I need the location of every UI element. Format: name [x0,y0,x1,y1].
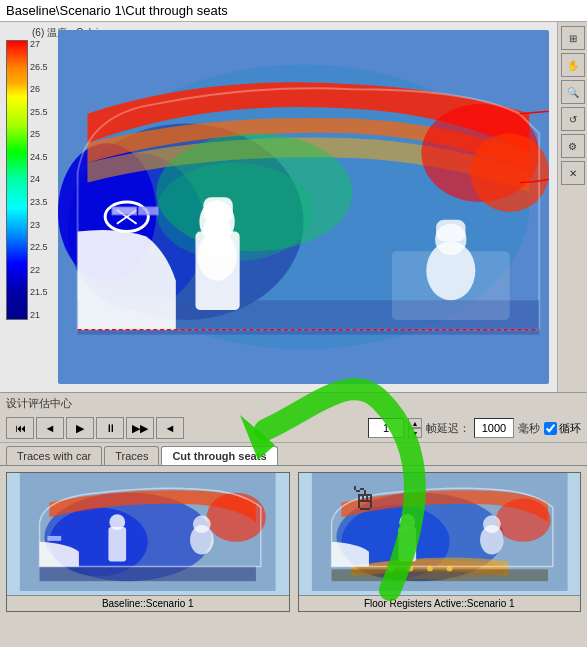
frame-down-button[interactable]: ▼ [408,428,422,438]
thumbnail-floor-label: Floor Registers Active::Scenario 1 [299,595,581,611]
svg-point-29 [109,514,125,530]
loop-label: 循环 [559,421,581,436]
thumbnail-floor-registers[interactable]: Floor Registers Active::Scenario 1 [298,472,582,612]
scale-value-235: 23.5 [30,198,48,207]
frame-input[interactable] [368,418,404,438]
svg-rect-21 [112,207,137,215]
scale-value-22: 22 [30,266,48,275]
frame-spinner: ▲ ▼ [408,418,422,438]
svg-rect-32 [47,536,61,541]
design-center: 设计评估中心 ⏮ ◄ ▶ ⏸ ▶▶ ◄ ▲ ▼ 帧延迟： 毫秒 循环 Trace… [0,392,587,618]
scale-value-255: 25.5 [30,108,48,117]
svg-point-26 [207,493,266,542]
svg-rect-38 [331,569,547,581]
svg-rect-28 [108,527,126,561]
ms-label: 毫秒 [518,421,540,436]
step-back-button[interactable]: ◄ [36,417,64,439]
scale-value-23: 23 [30,221,48,230]
expand-button[interactable]: ⊞ [561,26,585,50]
scale-value-215: 21.5 [30,288,48,297]
scale-value-26: 26 [30,85,48,94]
scale-value-265: 26.5 [30,63,48,72]
thumbnail-baseline[interactable]: Baseline::Scenario 1 [6,472,290,612]
hand-button[interactable]: ✋ [561,53,585,77]
scale-value-21: 21 [30,311,48,320]
svg-point-44 [407,565,413,571]
tab-cut-through-seats[interactable]: Cut through seats [161,446,277,465]
tab-cut-through-seats-label: Cut through seats [172,450,266,462]
scale-value-25: 25 [30,130,48,139]
svg-point-43 [387,565,393,571]
rewind-button[interactable]: ⏮ [6,417,34,439]
thumbnails-area: Baseline::Scenario 1 [0,465,587,618]
svg-point-31 [193,515,211,533]
tab-traces-label: Traces [115,450,148,462]
svg-rect-39 [398,527,416,561]
scale-value-225: 22.5 [30,243,48,252]
close-button[interactable]: ✕ [561,161,585,185]
tabs-row: Traces with car Traces Cut through seats [0,443,587,465]
page-title: Baseline\Scenario 1\Cut through seats [6,3,228,18]
svg-point-37 [495,499,550,542]
main-area: (6) 温度 - Celsius 27 26.5 26 25.5 25 24.5… [0,22,587,392]
tab-traces-with-car-label: Traces with car [17,450,91,462]
scale-value-27: 27 [30,40,48,49]
loop-checkbox[interactable] [544,422,557,435]
zoom-button[interactable]: 🔍 [561,80,585,104]
tab-traces-with-car[interactable]: Traces with car [6,446,102,465]
tab-traces[interactable]: Traces [104,446,159,465]
svg-point-16 [203,216,230,243]
svg-rect-27 [40,566,256,581]
cfd-canvas [58,30,549,384]
scale-labels: 27 26.5 26 25.5 25 24.5 24 23.5 23 22.5 … [30,40,48,320]
step-forward-button[interactable]: ▶▶ [126,417,154,439]
delay-label: 帧延迟： [426,421,470,436]
svg-rect-20 [436,220,465,242]
expand-transport-button[interactable]: ◄ [156,417,184,439]
pause-button[interactable]: ⏸ [96,417,124,439]
loop-check[interactable]: 循环 [544,421,581,436]
thumbnail-baseline-label: Baseline::Scenario 1 [7,595,289,611]
transport-controls: ⏮ ◄ ▶ ⏸ ▶▶ ◄ ▲ ▼ 帧延迟： 毫秒 循环 [0,414,587,443]
color-scale-bar [6,40,28,320]
viz-panel: (6) 温度 - Celsius 27 26.5 26 25.5 25 24.5… [0,22,557,392]
frame-up-button[interactable]: ▲ [408,418,422,428]
settings-button[interactable]: ⚙ [561,134,585,158]
frame-control: ▲ ▼ 帧延迟： 毫秒 循环 [368,418,581,438]
scale-value-245: 24.5 [30,153,48,162]
title-bar: Baseline\Scenario 1\Cut through seats [0,0,587,22]
svg-rect-22 [139,207,159,215]
svg-point-5 [470,133,549,212]
svg-point-46 [446,565,452,571]
svg-point-42 [483,515,501,533]
design-center-header: 设计评估中心 [0,393,587,414]
right-toolbar: ⊞ ✋ 🔍 ↺ ⚙ ✕ [557,22,587,392]
svg-point-45 [426,565,432,571]
scale-value-24: 24 [30,175,48,184]
play-button[interactable]: ▶ [66,417,94,439]
svg-point-40 [399,514,415,530]
delay-input[interactable] [474,418,514,438]
rotate-button[interactable]: ↺ [561,107,585,131]
